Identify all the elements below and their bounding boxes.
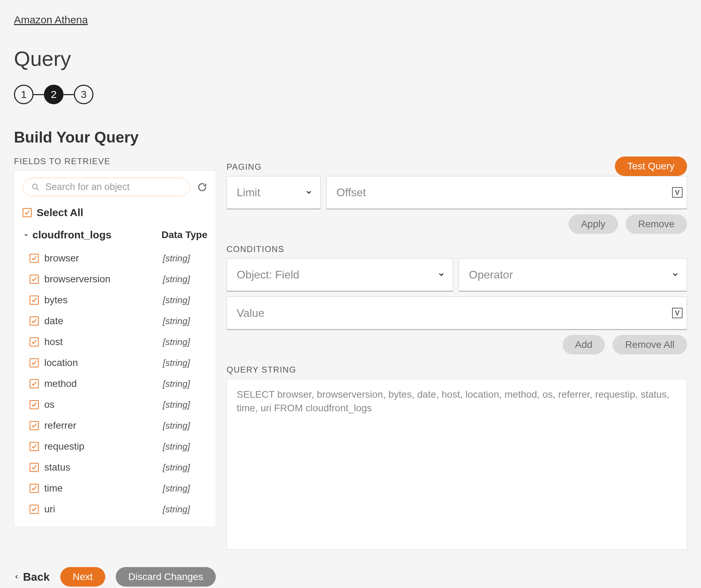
field-type: [string] (163, 462, 207, 473)
field-checkbox[interactable] (30, 505, 39, 514)
field-type: [string] (163, 358, 207, 368)
conditions-label: CONDITIONS (227, 244, 687, 254)
discard-changes-button[interactable]: Discard Changes (116, 567, 216, 587)
field-row: requestip[string] (23, 436, 207, 457)
field-name: browser (44, 253, 163, 264)
field-row: time[string] (23, 478, 207, 499)
field-row: referrer[string] (23, 415, 207, 436)
field-name: date (44, 315, 163, 327)
remove-all-button[interactable]: Remove All (612, 335, 687, 354)
field-row: browser[string] (23, 248, 207, 269)
search-icon (31, 183, 40, 191)
fields-panel: Select All cloudfront_logs Data Type bro… (14, 170, 216, 527)
step-3[interactable]: 3 (74, 85, 93, 104)
field-type: [string] (163, 504, 207, 515)
field-type: [string] (163, 274, 207, 285)
variable-token-icon[interactable]: V (672, 308, 683, 318)
field-name: browserversion (44, 274, 163, 285)
variable-token-icon[interactable]: V (672, 187, 683, 198)
offset-placeholder: Offset (336, 186, 366, 199)
apply-button[interactable]: Apply (569, 214, 618, 234)
chevron-down-icon (671, 268, 679, 281)
svg-line-1 (37, 188, 39, 190)
field-checkbox[interactable] (30, 421, 39, 430)
offset-input[interactable]: Offset V (326, 176, 687, 209)
value-placeholder: Value (237, 307, 264, 320)
section-title: Build Your Query (14, 129, 687, 146)
field-row: bytes[string] (23, 290, 207, 311)
field-row: location[string] (23, 352, 207, 373)
field-name: status (44, 462, 163, 473)
add-button[interactable]: Add (563, 335, 605, 354)
field-checkbox[interactable] (30, 337, 39, 346)
field-checkbox[interactable] (30, 379, 39, 388)
back-button[interactable]: Back (14, 571, 50, 583)
field-type: [string] (163, 441, 207, 452)
table-name[interactable]: cloudfront_logs (32, 229, 161, 241)
limit-placeholder: Limit (237, 186, 260, 199)
refresh-icon[interactable] (197, 182, 207, 192)
page-title: Query (14, 47, 687, 71)
field-name: uri (44, 504, 163, 515)
chevron-down-icon (437, 268, 445, 281)
field-type: [string] (163, 337, 207, 348)
limit-select[interactable]: Limit (227, 176, 321, 209)
field-name: referrer (44, 420, 163, 431)
field-name: time (44, 483, 163, 494)
field-name: requestip (44, 441, 163, 452)
query-string-label: QUERY STRING (227, 365, 687, 375)
data-type-header: Data Type (161, 229, 207, 240)
query-string-box[interactable]: SELECT browser, browserversion, bytes, d… (227, 379, 687, 550)
stepper: 1 2 3 (14, 85, 687, 104)
field-type: [string] (163, 399, 207, 410)
field-type: [string] (163, 253, 207, 264)
field-row: date[string] (23, 311, 207, 331)
field-type: [string] (163, 316, 207, 327)
field-name: method (44, 378, 163, 389)
operator-placeholder: Operator (469, 268, 513, 281)
field-row: status[string] (23, 457, 207, 478)
svg-point-0 (32, 184, 37, 189)
object-field-placeholder: Object: Field (237, 268, 299, 281)
field-name: location (44, 357, 163, 368)
step-2[interactable]: 2 (44, 85, 63, 104)
field-row: uri[string] (23, 499, 207, 520)
search-box[interactable] (23, 178, 190, 196)
field-type: [string] (163, 483, 207, 494)
breadcrumb[interactable]: Amazon Athena (14, 14, 88, 26)
field-type: [string] (163, 379, 207, 389)
field-checkbox[interactable] (30, 358, 39, 367)
field-checkbox[interactable] (30, 463, 39, 472)
object-field-select[interactable]: Object: Field (227, 258, 453, 292)
chevron-left-icon (14, 573, 20, 581)
search-input[interactable] (45, 182, 181, 192)
field-checkbox[interactable] (30, 275, 39, 284)
field-name: bytes (44, 295, 163, 306)
field-name: host (44, 336, 163, 348)
test-query-button[interactable]: Test Query (615, 156, 687, 176)
field-checkbox[interactable] (30, 254, 39, 263)
field-checkbox[interactable] (30, 442, 39, 451)
chevron-down-icon[interactable] (23, 232, 30, 238)
field-checkbox[interactable] (30, 296, 39, 305)
next-button[interactable]: Next (60, 567, 106, 587)
operator-select[interactable]: Operator (459, 258, 687, 292)
remove-button[interactable]: Remove (626, 214, 687, 234)
field-type: [string] (163, 295, 207, 306)
chevron-down-icon (305, 186, 313, 199)
field-row: method[string] (23, 373, 207, 394)
select-all-checkbox[interactable] (23, 208, 32, 217)
field-checkbox[interactable] (30, 316, 39, 326)
field-type: [string] (163, 420, 207, 431)
field-name: os (44, 399, 163, 410)
field-row: browserversion[string] (23, 269, 207, 290)
field-row: os[string] (23, 394, 207, 415)
fields-label: FIELDS TO RETRIEVE (14, 156, 216, 166)
field-checkbox[interactable] (30, 484, 39, 493)
value-input[interactable]: Value V (227, 297, 687, 330)
field-checkbox[interactable] (30, 400, 39, 409)
field-row: host[string] (23, 331, 207, 352)
step-1[interactable]: 1 (14, 85, 33, 104)
select-all-label: Select All (37, 207, 83, 219)
